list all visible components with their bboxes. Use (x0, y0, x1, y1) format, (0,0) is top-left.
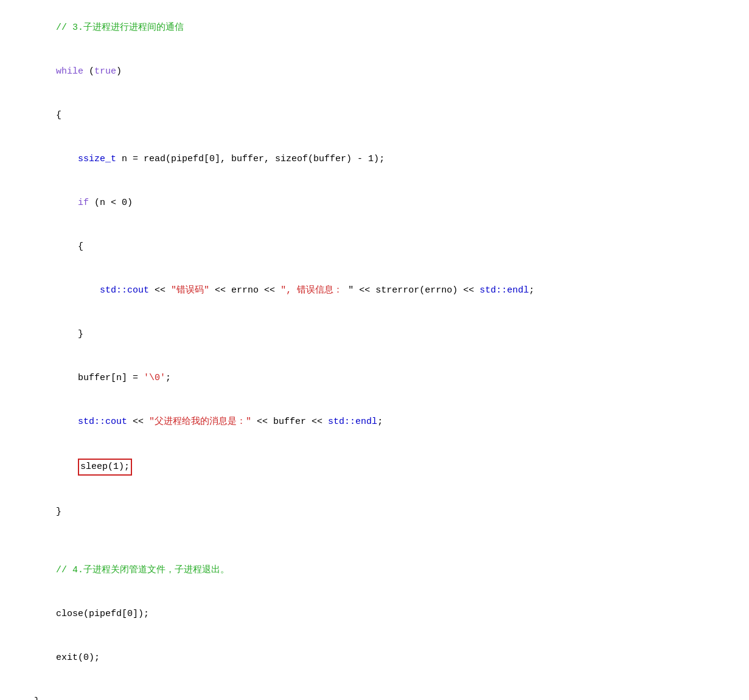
code-line-15: close(pipefd[0]); (0, 592, 749, 636)
std-endl-1: std::endl (479, 285, 529, 296)
kw-while-1: while (56, 66, 83, 77)
str-error-2: ", 错误信息： (280, 285, 343, 296)
str-error-1: "错误码" (171, 285, 209, 296)
close-pipefd0: close(pipefd[0]); (56, 609, 149, 619)
plain-9: ; (165, 373, 171, 383)
brace-open-2: { (34, 241, 83, 252)
brace-close-2: } (34, 329, 83, 339)
code-line-3: { (0, 94, 749, 137)
code-line-1: // 3.子进程进行进程间的通信 (0, 6, 749, 50)
code-line-13 (0, 534, 749, 549)
code-line-11: sleep(1); (0, 444, 749, 490)
fn-read: read(pipefd[0], buffer, sizeof(buffer) -… (144, 154, 385, 164)
brace-open-1: { (34, 110, 61, 120)
comment-1: // 3.子进程进行进程间的通信 (34, 23, 184, 33)
type-ssize: ssize_t (78, 154, 116, 164)
str-parent-msg: "父进程给我的消息是：" (149, 417, 251, 427)
plain-7: " << strerror(errno) << (343, 285, 479, 296)
code-line-2: while (true) (0, 50, 749, 94)
plain-12: ; (377, 417, 383, 427)
code-line-9: buffer[n] = '\0'; (0, 356, 749, 400)
code-line-4: ssize_t n = read(pipefd[0], buffer, size… (0, 137, 749, 181)
brace-close-outer: } (34, 696, 40, 700)
std-cout-1: std::cout (100, 285, 149, 296)
code-line-6: { (0, 225, 749, 269)
buffer-assign: buffer[n] = (78, 373, 144, 383)
indent-2 (34, 154, 78, 164)
indent-4 (34, 285, 100, 296)
indent-3 (34, 198, 78, 208)
std-endl-2: std::endl (328, 417, 377, 427)
plain-4: (n < 0) (89, 198, 133, 208)
indent-8 (34, 609, 56, 619)
kw-true-1: true (94, 66, 116, 77)
indent-6 (34, 417, 78, 427)
plain-8: ; (529, 285, 534, 296)
code-line-16: exit(0); (0, 636, 749, 680)
code-editor: // 3.子进程进行进程间的通信 while (true) { ssize_t … (0, 0, 749, 700)
indent-1 (34, 66, 56, 77)
indent-5 (34, 373, 78, 383)
exit-0: exit(0); (56, 653, 100, 663)
code-line-17: } (0, 680, 749, 700)
brace-close-1: } (34, 507, 61, 517)
code-line-5: if (n < 0) (0, 181, 749, 225)
plain-10: << (127, 417, 149, 427)
sleep-call: sleep(1); (80, 462, 130, 472)
str-null: '\0' (144, 373, 165, 383)
code-line-12: } (0, 490, 749, 534)
indent-9 (34, 653, 56, 663)
code-line-8: } (0, 313, 749, 356)
sleep-highlight: sleep(1); (78, 459, 132, 476)
std-cout-2: std::cout (78, 417, 127, 427)
code-line-14: // 4.子进程关闭管道文件，子进程退出。 (0, 549, 749, 592)
plain-6: << errno << (209, 285, 280, 296)
plain-3: n = (116, 154, 144, 164)
indent-7 (34, 462, 78, 472)
code-line-10: std::cout << "父进程给我的消息是：" << buffer << s… (0, 400, 749, 444)
plain-2: ) (116, 66, 122, 77)
kw-if-1: if (78, 198, 89, 208)
code-line-7: std::cout << "错误码" << errno << ", 错误信息： … (0, 269, 749, 313)
comment-2: // 4.子进程关闭管道文件，子进程退出。 (34, 565, 229, 575)
plain-11: << buffer << (251, 417, 328, 427)
plain-5: << (149, 285, 171, 296)
plain-1: ( (83, 66, 94, 77)
